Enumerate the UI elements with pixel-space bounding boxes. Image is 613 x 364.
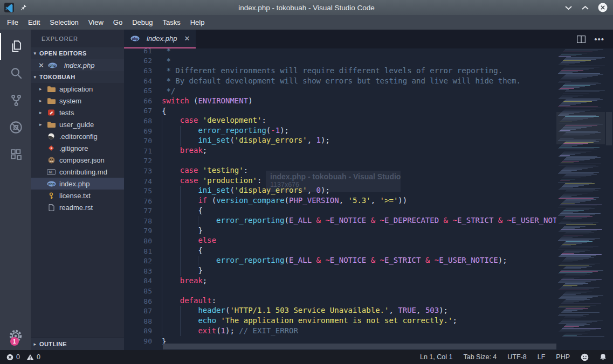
folder-icon — [46, 86, 56, 92]
project-header[interactable]: ▾ TOKOBUAH — [31, 71, 124, 83]
line-number: 84 — [124, 277, 162, 285]
cursor-position[interactable]: Ln 1, Col 1 — [420, 353, 452, 361]
php-icon: php — [130, 36, 140, 41]
tab-index-php[interactable]: php index.php ✕ — [124, 30, 196, 48]
tree-item-user-guide[interactable]: ▸user_guide — [31, 118, 124, 130]
composer-icon — [46, 157, 56, 164]
tree-item-application[interactable]: ▸application — [31, 83, 124, 95]
code-line: 85 — [124, 286, 556, 296]
svg-text:php: php — [48, 182, 54, 186]
svg-text:M↓: M↓ — [49, 170, 53, 174]
language-mode[interactable]: PHP — [556, 353, 570, 361]
manage-gear-icon[interactable]: 1 — [8, 328, 23, 344]
debug-icon[interactable] — [0, 114, 31, 141]
git-icon — [46, 144, 56, 152]
code-line: 73case 'testing': — [124, 166, 556, 176]
svg-text:php: php — [49, 64, 56, 68]
section-collapsed-icon: ▸ — [31, 341, 39, 347]
maximize-icon[interactable] — [581, 5, 589, 10]
scrollbar-thumb[interactable] — [606, 112, 612, 145]
svg-text:php: php — [132, 37, 138, 41]
code-line: 65 */ — [124, 86, 556, 96]
line-number: 78 — [124, 217, 162, 225]
chevron-right-icon: ▸ — [39, 122, 46, 127]
tree-item-composer-json[interactable]: composer.json — [31, 154, 124, 166]
line-number: 88 — [124, 317, 162, 325]
code-line: 86default: — [124, 296, 556, 306]
horizontal-scrollbar[interactable] — [163, 344, 556, 349]
line-number: 80 — [124, 237, 162, 245]
line-number: 75 — [124, 187, 162, 195]
extensions-icon[interactable] — [0, 141, 31, 167]
menu-edit[interactable]: Edit — [23, 15, 45, 30]
feedback-smiley-icon[interactable] — [581, 353, 589, 361]
tab-label: index.php — [147, 34, 177, 43]
code-line: 61 * — [124, 48, 556, 56]
line-number: 90 — [124, 337, 162, 345]
source-control-icon[interactable] — [0, 87, 31, 114]
outline-header[interactable]: ▸ OUTLINE — [31, 338, 124, 350]
tab-size[interactable]: Tab Size: 4 — [463, 353, 497, 361]
tree-item-gitignore[interactable]: .gitignore — [31, 142, 124, 154]
line-number: 62 — [124, 57, 162, 65]
tree-item-index-php[interactable]: phpindex.php — [31, 178, 124, 190]
tree-item-contributing-md[interactable]: M↓contributing.md — [31, 166, 124, 178]
more-actions-icon[interactable]: ••• — [594, 37, 604, 42]
pin-icon — [19, 4, 27, 11]
explorer-icon[interactable] — [0, 33, 31, 60]
menu-tasks[interactable]: Tasks — [157, 15, 185, 30]
vertical-scrollbar[interactable] — [605, 48, 613, 350]
code-line: 80else — [124, 236, 556, 246]
tree-item-editorconfig[interactable]: .editorconfig — [31, 130, 124, 142]
code-line: 79} — [124, 226, 556, 236]
tree-item-license-txt[interactable]: license.txt — [31, 190, 124, 201]
menu-help[interactable]: Help — [185, 15, 210, 30]
line-number: 65 — [124, 87, 162, 95]
line-number: 82 — [124, 257, 162, 265]
open-editor-index-php[interactable]: ✕phpindex.php — [31, 59, 124, 71]
menu-go[interactable]: Go — [108, 15, 127, 30]
menu-debug[interactable]: Debug — [127, 15, 157, 30]
minimap-content — [556, 48, 605, 337]
menu-view[interactable]: View — [84, 15, 108, 30]
close-icon[interactable]: ✕ — [38, 62, 44, 69]
code-line: 68case 'development': — [124, 116, 556, 126]
eol[interactable]: LF — [538, 353, 546, 361]
section-expanded-icon: ▾ — [31, 51, 39, 56]
errors-indicator[interactable]: 0 — [6, 353, 20, 361]
code-line: 81{ — [124, 246, 556, 256]
menu-file[interactable]: File — [2, 15, 23, 30]
notifications-bell-icon[interactable] — [600, 353, 607, 361]
open-editors-header[interactable]: ▾ OPEN EDITORS — [31, 47, 124, 59]
code-line: 72 — [124, 156, 556, 166]
encoding[interactable]: UTF-8 — [507, 353, 526, 361]
line-number: 89 — [124, 327, 162, 335]
search-icon[interactable] — [0, 60, 31, 87]
minimap[interactable] — [556, 48, 605, 350]
tree-item-readme-rst[interactable]: readme.rst — [31, 201, 124, 213]
code-line: 71break; — [124, 146, 556, 156]
close-tab-icon[interactable]: ✕ — [184, 35, 190, 42]
code-line: 83} — [124, 266, 556, 276]
line-number: 71 — [124, 147, 162, 155]
code-line: 89exit(1); // EXIT_ERROR — [124, 326, 556, 337]
code-editor[interactable]: 61 *62 *63 * Different environments will… — [124, 48, 556, 350]
minimize-icon[interactable] — [564, 5, 573, 10]
tree-item-tests[interactable]: ▸tests — [31, 107, 124, 118]
split-editor-icon[interactable] — [577, 36, 586, 43]
line-number: 70 — [124, 137, 162, 145]
minimap-viewport[interactable] — [556, 112, 605, 144]
file-icon — [46, 204, 56, 211]
line-number: 86 — [124, 297, 162, 305]
tree-item-system[interactable]: ▸system — [31, 95, 124, 107]
warnings-indicator[interactable]: 0 — [26, 353, 40, 361]
code-line: 62 * — [124, 56, 556, 66]
code-line: 75ini_set('display_errors', 0); — [124, 186, 556, 196]
line-number: 67 — [124, 107, 162, 115]
menu-bar: FileEditSelectionViewGoDebugTasksHelp — [0, 15, 613, 30]
editor-group: php index.php ✕ ••• 61 *62 *63 * Differe… — [124, 30, 613, 350]
warning-icon — [26, 354, 34, 361]
code-line: 64 * By default development will show er… — [124, 76, 556, 86]
menu-selection[interactable]: Selection — [45, 15, 83, 30]
close-window-icon[interactable] — [598, 3, 608, 12]
